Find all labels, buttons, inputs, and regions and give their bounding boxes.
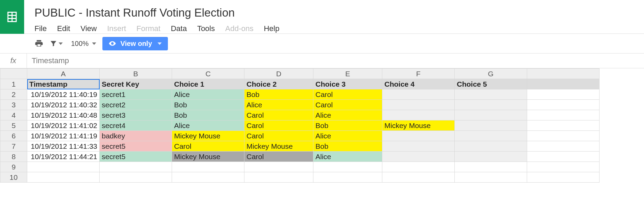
cell[interactable] — [527, 162, 600, 172]
menu-edit[interactable]: Edit — [57, 24, 70, 33]
cell[interactable] — [382, 131, 455, 141]
cell[interactable] — [527, 152, 600, 162]
select-all-corner[interactable] — [0, 69, 27, 79]
cell[interactable]: 10/19/2012 11:41:02 — [27, 120, 100, 131]
col-header-F[interactable]: F — [382, 69, 455, 79]
row-header[interactable]: 5 — [0, 120, 27, 131]
cell[interactable]: Bob — [172, 100, 244, 110]
cell[interactable] — [382, 89, 455, 100]
cell[interactable]: Alice — [172, 89, 244, 100]
row-header[interactable]: 9 — [0, 162, 27, 172]
cell[interactable]: Secret Key — [100, 79, 172, 89]
row-header[interactable]: 2 — [0, 89, 27, 100]
cell[interactable]: Bob — [172, 110, 244, 120]
cell[interactable]: Alice — [313, 152, 382, 162]
cell[interactable]: Alice — [313, 110, 382, 120]
col-header-E[interactable]: E — [313, 69, 382, 79]
cell[interactable]: Bob — [313, 141, 382, 152]
cell[interactable] — [172, 162, 244, 172]
col-header-B[interactable]: B — [100, 69, 172, 79]
cell[interactable]: Mickey Mouse — [244, 141, 313, 152]
cell[interactable]: Carol — [244, 110, 313, 120]
cell[interactable]: badkey — [100, 131, 172, 141]
row-header[interactable]: 7 — [0, 141, 27, 152]
cell[interactable] — [382, 100, 455, 110]
cell[interactable] — [455, 131, 527, 141]
cell[interactable] — [382, 172, 455, 183]
menu-help[interactable]: Help — [264, 24, 279, 33]
row-header[interactable]: 4 — [0, 110, 27, 120]
cell[interactable]: secret4 — [100, 120, 172, 131]
cell[interactable]: Alice — [244, 100, 313, 110]
mode-button[interactable]: View only — [102, 37, 168, 50]
cell[interactable]: 10/19/2012 11:40:48 — [27, 110, 100, 120]
cell[interactable] — [382, 162, 455, 172]
cell[interactable]: 10/19/2012 11:44:21 — [27, 152, 100, 162]
cell[interactable] — [455, 162, 527, 172]
row-header[interactable]: 1 — [0, 79, 27, 89]
cell[interactable] — [455, 110, 527, 120]
cell[interactable]: secret1 — [100, 89, 172, 100]
cell[interactable] — [455, 141, 527, 152]
cell[interactable]: Mickey Mouse — [172, 152, 244, 162]
cell[interactable] — [382, 110, 455, 120]
menu-tools[interactable]: Tools — [197, 24, 215, 33]
cell[interactable]: Alice — [172, 120, 244, 131]
cell[interactable]: Carol — [244, 120, 313, 131]
cell[interactable]: 10/19/2012 11:41:19 — [27, 131, 100, 141]
print-button[interactable] — [34, 39, 43, 48]
cell[interactable]: Bob — [244, 89, 313, 100]
cell[interactable]: Carol — [313, 89, 382, 100]
cell[interactable] — [455, 172, 527, 183]
spreadsheet-grid[interactable]: A B C D E F G 1TimestampSecret KeyChoice… — [0, 68, 600, 183]
cell[interactable]: Carol — [313, 100, 382, 110]
menu-view[interactable]: View — [80, 24, 97, 33]
cell[interactable] — [172, 172, 244, 183]
cell[interactable] — [527, 100, 600, 110]
cell[interactable] — [27, 162, 100, 172]
filter-button[interactable] — [50, 40, 63, 47]
cell[interactable] — [527, 89, 600, 100]
cell[interactable]: secret5 — [100, 141, 172, 152]
cell[interactable] — [527, 141, 600, 152]
cell[interactable] — [527, 172, 600, 183]
cell[interactable]: Timestamp — [27, 79, 100, 89]
cell[interactable]: secret5 — [100, 152, 172, 162]
cell[interactable]: Choice 2 — [244, 79, 313, 89]
cell[interactable] — [100, 172, 172, 183]
cell[interactable] — [455, 120, 527, 131]
cell[interactable] — [455, 152, 527, 162]
col-header-C[interactable]: C — [172, 69, 244, 79]
cell[interactable] — [527, 131, 600, 141]
row-header[interactable]: 8 — [0, 152, 27, 162]
cell[interactable]: 10/19/2012 11:40:19 — [27, 89, 100, 100]
zoom-selector[interactable]: 100% — [71, 40, 96, 48]
cell[interactable]: Choice 3 — [313, 79, 382, 89]
col-header-blank[interactable] — [527, 69, 600, 79]
cell[interactable]: 10/19/2012 11:40:32 — [27, 100, 100, 110]
col-header-A[interactable]: A — [27, 69, 100, 79]
document-title[interactable]: PUBLIC - Instant Runoff Voting Election — [34, 6, 279, 19]
cell[interactable]: Choice 5 — [455, 79, 527, 89]
cell[interactable]: Mickey Mouse — [172, 131, 244, 141]
cell[interactable]: secret2 — [100, 100, 172, 110]
cell[interactable]: 10/19/2012 11:41:33 — [27, 141, 100, 152]
row-header[interactable]: 6 — [0, 131, 27, 141]
cell[interactable] — [527, 120, 600, 131]
cell[interactable] — [382, 141, 455, 152]
cell[interactable] — [527, 110, 600, 120]
cell[interactable] — [27, 172, 100, 183]
cell[interactable] — [244, 162, 313, 172]
cell[interactable] — [455, 100, 527, 110]
cell[interactable] — [382, 152, 455, 162]
cell[interactable]: Bob — [313, 120, 382, 131]
cell[interactable] — [244, 172, 313, 183]
cell[interactable]: secret3 — [100, 110, 172, 120]
cell[interactable]: Alice — [313, 131, 382, 141]
cell[interactable] — [100, 162, 172, 172]
cell[interactable]: Mickey Mouse — [382, 120, 455, 131]
col-header-G[interactable]: G — [455, 69, 527, 79]
cell[interactable] — [527, 79, 600, 89]
cell[interactable]: Carol — [244, 131, 313, 141]
cell[interactable] — [313, 172, 382, 183]
